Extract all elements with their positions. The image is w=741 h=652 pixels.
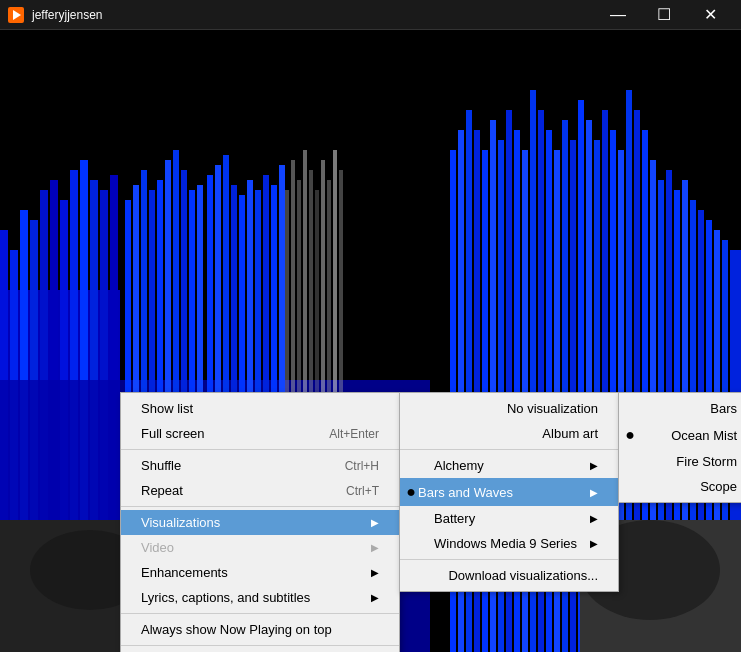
- viz-item-alchemy[interactable]: Alchemy ▶: [400, 453, 618, 478]
- minimize-button[interactable]: —: [595, 0, 641, 30]
- separator-3: [121, 613, 399, 614]
- separator-1: [121, 449, 399, 450]
- separator-4: [121, 645, 399, 646]
- close-button[interactable]: ✕: [687, 0, 733, 30]
- bars-waves-bullet: ●: [404, 483, 418, 501]
- menus-wrapper: Show list Full screen Alt+Enter Shuffle …: [120, 392, 741, 652]
- menu-item-repeat[interactable]: Repeat Ctrl+T: [121, 478, 399, 503]
- maximize-button[interactable]: ☐: [641, 0, 687, 30]
- app-icon: [8, 7, 24, 23]
- window-title: jefferyjjensen: [32, 8, 595, 22]
- menu-item-full-screen[interactable]: Full screen Alt+Enter: [121, 421, 399, 446]
- viz-item-no-viz[interactable]: No visualization: [400, 396, 618, 421]
- menu-item-always-show[interactable]: Always show Now Playing on top: [121, 617, 399, 642]
- viz-item-download[interactable]: Download visualizations...: [400, 563, 618, 588]
- bars-waves-submenu: Bars ● Ocean Mist Fire Storm Scope: [618, 392, 741, 503]
- viz-separator-1: [400, 449, 618, 450]
- bw-item-ocean-mist[interactable]: ● Ocean Mist: [619, 421, 741, 449]
- menu-item-shuffle[interactable]: Shuffle Ctrl+H: [121, 453, 399, 478]
- viz-item-bars-waves[interactable]: ● Bars and Waves ▶: [400, 478, 618, 506]
- menu-container: Show list Full screen Alt+Enter Shuffle …: [120, 392, 741, 652]
- visualization-area: Show list Full screen Alt+Enter Shuffle …: [0, 30, 741, 652]
- bw-item-scope[interactable]: Scope: [619, 474, 741, 499]
- viz-item-album-art[interactable]: Album art: [400, 421, 618, 446]
- menu-item-visualizations[interactable]: Visualizations ▶: [121, 510, 399, 535]
- bw-item-fire-storm[interactable]: Fire Storm: [619, 449, 741, 474]
- menu-item-show-list[interactable]: Show list: [121, 396, 399, 421]
- viz-item-wm9[interactable]: Windows Media 9 Series ▶: [400, 531, 618, 556]
- window: jefferyjjensen — ☐ ✕: [0, 0, 741, 652]
- viz-submenu: No visualization Album art Alchemy ▶: [399, 392, 619, 592]
- viz-separator-2: [400, 559, 618, 560]
- viz-item-battery[interactable]: Battery ▶: [400, 506, 618, 531]
- menu-item-lyrics[interactable]: Lyrics, captions, and subtitles ▶: [121, 585, 399, 610]
- bw-item-bars[interactable]: Bars: [619, 396, 741, 421]
- title-bar: jefferyjjensen — ☐ ✕: [0, 0, 741, 30]
- separator-2: [121, 506, 399, 507]
- ocean-mist-bullet: ●: [623, 426, 637, 444]
- sub-menus-wrapper: No visualization Album art Alchemy ▶: [400, 392, 741, 592]
- window-controls: — ☐ ✕: [595, 0, 733, 30]
- menu-item-video[interactable]: Video ▶: [121, 535, 399, 560]
- menu-item-enhancements[interactable]: Enhancements ▶: [121, 560, 399, 585]
- context-menu: Show list Full screen Alt+Enter Shuffle …: [120, 392, 400, 652]
